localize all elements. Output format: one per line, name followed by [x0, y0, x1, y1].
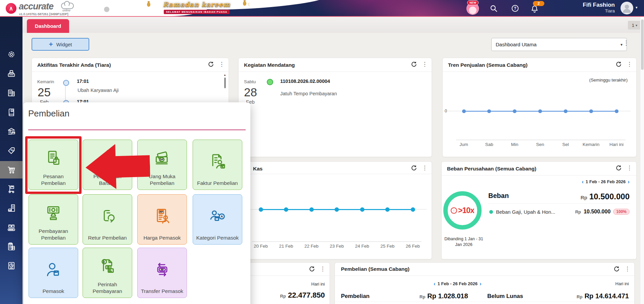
belum-lunas-total: Rp Rp 14.614.471 [577, 292, 629, 300]
tax-icon: TAX [7, 242, 16, 251]
belum-lunas-label: Belum Lunas [487, 293, 523, 300]
new-badge: NEW [467, 0, 479, 5]
price-tag-icon: Rp [7, 146, 16, 155]
comparison-caption: Dibanding 1 Jan - 31 Jan 2026 [442, 236, 486, 248]
chevron-down-icon[interactable]: ▾ [636, 5, 638, 10]
cash-register-icon [7, 69, 16, 78]
sidebar-item-bank[interactable] [0, 122, 22, 140]
sidebar-item-manufacture[interactable] [0, 219, 22, 236]
sidebar-item-report[interactable] [0, 257, 22, 274]
refresh-icon[interactable] [411, 165, 417, 171]
user-block[interactable]: Fifi Fashion Tiara [557, 2, 615, 14]
refresh-icon[interactable] [411, 61, 417, 67]
refresh-icon[interactable] [615, 165, 622, 171]
scroll-up-icon[interactable]: ▲ [224, 73, 226, 77]
sidebar-item-cart[interactable] [0, 161, 22, 179]
chart-data-point[interactable] [360, 207, 364, 212]
help-icon[interactable]: ? [511, 4, 519, 13]
tab-bar: Dashboard 1 ▾ [22, 17, 644, 33]
popup-tile-pembayaran-pembelian[interactable]: Pembayaran Pembelian [29, 194, 78, 245]
popup-tile-pemasok[interactable]: Pemasok [29, 248, 78, 298]
kebab-menu-icon[interactable]: ⋮ [625, 266, 630, 272]
chevron-right-icon[interactable]: › [480, 282, 482, 286]
tab-dashboard[interactable]: Dashboard [27, 19, 69, 33]
ramadan-banner-subtitle: SELAMAT MENUNAIKAN IBADAH PUASA [164, 10, 230, 14]
tile-label: Perintah Pembayaran [85, 281, 130, 295]
page-scrollbar-thumb[interactable] [641, 19, 644, 70]
popup-tile-retur-pembelian[interactable]: Retur Pembelian [83, 194, 132, 245]
dashboard-select[interactable]: Dashboard Utama ▾ [491, 38, 627, 51]
chart-data-point[interactable] [513, 109, 516, 113]
popup-tile-perintah-pembayaran[interactable]: !Perintah Pembayaran [83, 248, 132, 298]
sidebar-item-cash-register[interactable] [0, 65, 22, 82]
refresh-icon[interactable] [208, 61, 214, 67]
sidebar-item-price-tag[interactable]: Rp [0, 142, 22, 159]
sidebar-item-company[interactable] [0, 84, 22, 102]
tile-label: Pembayaran Pembelian [31, 228, 76, 241]
toolbar-kebab-menu[interactable]: ⋮ [623, 39, 630, 49]
chevron-down-icon: ▾ [621, 42, 623, 47]
chart-data-point[interactable] [462, 109, 466, 113]
accurate-logo-icon[interactable]: ∧ [6, 3, 16, 14]
kebab-menu-icon[interactable]: ⋮ [320, 266, 326, 272]
activity-time: 17:01 [77, 79, 89, 84]
activity-text[interactable]: Ubah Karyawan Aji [78, 88, 119, 93]
event-code[interactable]: 110108.2026.02.00004 [280, 79, 330, 84]
popup-tile-kategori-pemasok[interactable]: AKategori Pemasok [193, 194, 242, 245]
chart-subtitle: (Seminggu terakhir) [589, 78, 628, 83]
tile-label: Pemasok [43, 288, 64, 295]
refresh-icon[interactable] [613, 266, 620, 272]
event-day: 28 [244, 86, 257, 99]
chart-data-point[interactable] [564, 109, 567, 113]
period-text: 1 Feb - 26 Feb 2026 [438, 281, 478, 286]
tile-label: Faktur Pembelian [197, 180, 238, 187]
add-widget-button[interactable]: + Widget [32, 38, 89, 51]
period-label: Hari ini [615, 281, 629, 286]
sidebar-item-ledger[interactable] [0, 103, 22, 121]
search-icon[interactable] [489, 4, 498, 13]
chart-data-point[interactable] [615, 109, 618, 113]
chart-data-point[interactable] [259, 207, 263, 212]
sidebar-item-delivery[interactable] [0, 180, 22, 198]
chart-data-point[interactable] [487, 109, 491, 113]
kebab-menu-icon[interactable]: ⋮ [627, 61, 632, 67]
legend-row[interactable]: Beban Gaji, Upah & Hon... Rp 10.500.000 … [489, 209, 630, 215]
svg-text:TAX: TAX [9, 243, 12, 245]
popup-divider [28, 130, 246, 130]
avatar-icon[interactable] [621, 2, 633, 14]
kebab-menu-icon[interactable]: ⋮ [627, 165, 632, 171]
chart-data-point[interactable] [411, 207, 415, 212]
chevron-right-icon[interactable]: › [628, 180, 630, 184]
sidebar-item-fixed-asset[interactable] [0, 199, 22, 217]
chevron-left-icon[interactable]: ‹ [582, 180, 584, 184]
chart-data-point[interactable] [538, 109, 542, 113]
plus-icon: + [49, 41, 53, 48]
kebab-menu-icon[interactable]: ⋮ [422, 165, 428, 171]
card-scrollbar-thumb[interactable] [224, 78, 226, 88]
refresh-icon[interactable] [309, 266, 315, 272]
popup-tile-faktur-pembelian[interactable]: Faktur Pembelian [193, 140, 242, 190]
chart-data-point[interactable] [335, 207, 339, 212]
x-axis-line [456, 140, 626, 140]
chevron-left-icon[interactable]: ‹ [434, 282, 436, 286]
bank-icon [7, 126, 16, 136]
refresh-icon[interactable] [615, 61, 622, 67]
card-title: Kegiatan Mendatang [244, 62, 295, 68]
card-kas: Kas ⋮ 20 Feb21 Feb22 Feb23 Feb24 Feb25 F… [238, 161, 432, 259]
payment-order-icon: ! [98, 257, 117, 276]
chart-data-point[interactable] [589, 109, 593, 113]
chart-data-point[interactable] [385, 207, 390, 212]
kebab-menu-icon[interactable]: ⋮ [219, 61, 225, 67]
svg-text:RP: RP [161, 268, 164, 271]
kebab-menu-icon[interactable]: ⋮ [422, 61, 428, 67]
popup-tile-transfer-pemasok[interactable]: RPTransfer Pemasok [137, 248, 187, 298]
sidebar-item-tax[interactable]: TAX [0, 238, 22, 255]
chart-data-point[interactable] [284, 207, 288, 212]
chart-data-point[interactable] [309, 207, 314, 212]
legend-value: 10.500.000 [584, 209, 610, 215]
svg-text:DP: DP [160, 158, 163, 161]
tab-pager[interactable]: 1 ▾ [628, 21, 641, 30]
card-title: Kas [253, 166, 262, 172]
sidebar-item-settings[interactable] [0, 46, 22, 63]
popup-tile-harga-pemasok[interactable]: RPHarga Pemasok [137, 194, 187, 245]
